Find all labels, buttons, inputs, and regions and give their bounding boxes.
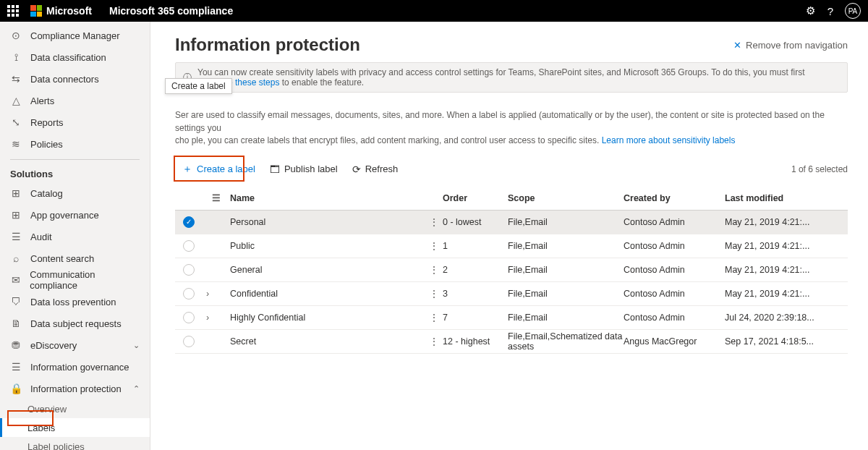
row-createdby: Contoso Admin bbox=[624, 265, 725, 275]
remove-label: Remove from navigation bbox=[746, 40, 848, 51]
microsoft-logo: Microsoft bbox=[30, 5, 92, 17]
sidebar-item-catalog[interactable]: ⊞Catalog bbox=[0, 182, 150, 204]
row-scope: File,Email bbox=[508, 217, 624, 227]
row-order: 7 bbox=[443, 313, 508, 323]
row-checkbox[interactable] bbox=[183, 240, 195, 252]
row-createdby: Contoso Admin bbox=[624, 313, 725, 323]
sidebar-item-information-governance[interactable]: ☰Information governance bbox=[0, 356, 150, 378]
col-lastmodified-header[interactable]: Last modified bbox=[725, 193, 848, 203]
info-banner: ⓘ You can now create sensitivity labels … bbox=[175, 62, 848, 93]
row-scope: File,Email bbox=[508, 241, 624, 251]
banner-post: to enable the feature. bbox=[279, 77, 364, 88]
create-label-button[interactable]: ＋ Create a label bbox=[175, 158, 263, 181]
microsoft-icon bbox=[30, 5, 42, 17]
lock-icon: 🔒 bbox=[10, 383, 22, 394]
expand-toggle[interactable]: › bbox=[203, 289, 213, 299]
help-icon[interactable]: ? bbox=[820, 1, 841, 21]
sidebar-item-communication-compliance[interactable]: ✉Communication compliance bbox=[0, 269, 150, 291]
sidebar-item-reports[interactable]: ⤡Reports bbox=[0, 111, 150, 133]
sidebar: ⊙Compliance Manager ⟟Data classification… bbox=[0, 22, 150, 450]
sidebar-sub-overview[interactable]: Overview bbox=[0, 399, 150, 418]
sidebar-item-data-subject-requests[interactable]: 🗎Data subject requests bbox=[0, 313, 150, 334]
chevron-up-icon: ⌃ bbox=[133, 384, 140, 394]
table-row[interactable]: General⋮2File,EmailContoso AdminMay 21, … bbox=[175, 258, 848, 282]
sidebar-item-audit[interactable]: ☰Audit bbox=[0, 226, 150, 247]
waffle-icon[interactable] bbox=[7, 5, 19, 17]
sidebar-item-data-connectors[interactable]: ⇆Data connectors bbox=[0, 68, 150, 90]
table-row[interactable]: ›Highly Confidential⋮7File,EmailContoso … bbox=[175, 306, 848, 330]
table-header: ☰ Name Order Scope Created by Last modif… bbox=[175, 187, 848, 211]
selection-count: 1 of 6 selected bbox=[791, 164, 848, 174]
labels-table: ☰ Name Order Scope Created by Last modif… bbox=[175, 187, 848, 354]
row-menu-icon[interactable]: ⋮ bbox=[425, 216, 443, 228]
table-row[interactable]: ✓Personal⋮0 - lowestFile,EmailContoso Ad… bbox=[175, 211, 848, 234]
sidebar-item-label: Content search bbox=[30, 253, 94, 264]
sidebar-item-label: Reports bbox=[30, 117, 64, 128]
chat-icon: ✉ bbox=[10, 274, 21, 286]
sidebar-item-label: Data classification bbox=[30, 52, 106, 63]
grid-icon: ⊞ bbox=[10, 187, 22, 199]
row-createdby: Angus MacGregor bbox=[624, 336, 725, 347]
table-row[interactable]: Public⋮1File,EmailContoso AdminMay 21, 2… bbox=[175, 234, 848, 258]
expand-toggle[interactable]: › bbox=[203, 313, 213, 323]
remove-from-navigation-button[interactable]: ✕ Remove from navigation bbox=[733, 40, 848, 51]
sidebar-item-information-protection[interactable]: 🔒Information protection⌃ bbox=[0, 378, 150, 399]
sidebar-item-content-search[interactable]: ⌕Content search bbox=[0, 247, 150, 269]
col-createdby-header[interactable]: Created by bbox=[624, 193, 725, 203]
tag-icon: ⟟ bbox=[10, 51, 22, 63]
row-menu-icon[interactable]: ⋮ bbox=[425, 288, 443, 300]
alert-icon: △ bbox=[10, 95, 22, 106]
row-lastmodified: Sep 17, 2021 4:18:5... bbox=[725, 336, 848, 347]
publish-label-button[interactable]: 🗔 Publish label bbox=[263, 158, 345, 181]
sidebar-item-data-loss-prevention[interactable]: ⛉Data loss prevention bbox=[0, 291, 150, 313]
connector-icon: ⇆ bbox=[10, 73, 22, 85]
row-lastmodified: May 21, 2019 4:21:... bbox=[725, 217, 848, 227]
sidebar-item-compliance-manager[interactable]: ⊙Compliance Manager bbox=[0, 25, 150, 46]
table-row[interactable]: Secret⋮12 - highestFile,Email,Schematize… bbox=[175, 330, 848, 354]
row-checkbox[interactable] bbox=[183, 336, 195, 347]
sidebar-item-label: Alerts bbox=[30, 95, 54, 106]
plus-icon: ＋ bbox=[182, 163, 192, 176]
chevron-down-icon: ⌄ bbox=[133, 341, 140, 350]
col-name-header[interactable]: Name bbox=[230, 193, 425, 203]
create-label-text: Create a label bbox=[197, 164, 255, 174]
gear-icon[interactable]: ⚙ bbox=[800, 1, 820, 21]
banner-pre: You can now create sensitivity labels wi… bbox=[197, 67, 805, 77]
sidebar-item-ediscovery[interactable]: ⛃eDiscovery⌄ bbox=[0, 334, 150, 356]
app-icon: ⊞ bbox=[10, 209, 22, 221]
row-checkbox[interactable] bbox=[183, 288, 195, 300]
sidebar-sub-labels[interactable]: Labels bbox=[0, 418, 150, 437]
row-checkbox[interactable] bbox=[183, 312, 195, 323]
solutions-section-header: Solutions bbox=[0, 164, 150, 182]
sidebar-item-alerts[interactable]: △Alerts bbox=[0, 90, 150, 111]
row-name: General bbox=[230, 265, 425, 275]
sidebar-sub-label-policies[interactable]: Label policies bbox=[0, 437, 150, 450]
row-menu-icon[interactable]: ⋮ bbox=[425, 336, 443, 347]
sidebar-item-data-classification[interactable]: ⟟Data classification bbox=[0, 46, 150, 68]
top-bar: Microsoft Microsoft 365 compliance ⚙ ? P… bbox=[0, 0, 868, 22]
sidebar-item-label: eDiscovery bbox=[30, 340, 77, 351]
desc-pre: Ser bbox=[175, 110, 189, 120]
col-scope-header[interactable]: Scope bbox=[508, 193, 624, 203]
row-checkbox[interactable] bbox=[183, 264, 195, 276]
page-title: Information protection bbox=[175, 35, 360, 55]
table-row[interactable]: ›Confidential⋮3File,EmailContoso AdminMa… bbox=[175, 282, 848, 306]
avatar[interactable]: PA bbox=[845, 3, 861, 19]
row-menu-icon[interactable]: ⋮ bbox=[425, 312, 443, 323]
row-menu-icon[interactable]: ⋮ bbox=[425, 264, 443, 276]
refresh-button[interactable]: ⟳ Refresh bbox=[345, 158, 406, 181]
row-order: 2 bbox=[443, 265, 508, 275]
publish-icon: 🗔 bbox=[270, 164, 280, 175]
sidebar-item-label: Data loss prevention bbox=[30, 297, 116, 307]
sidebar-item-app-governance[interactable]: ⊞App governance bbox=[0, 204, 150, 226]
sidebar-item-policies[interactable]: ≋Policies bbox=[0, 133, 150, 155]
row-lastmodified: Jul 24, 2020 2:39:18... bbox=[725, 313, 848, 323]
learn-more-link[interactable]: Learn more about sensitivity labels bbox=[602, 135, 736, 145]
brand-label: Microsoft bbox=[46, 5, 92, 17]
sidebar-item-label: Data subject requests bbox=[30, 318, 122, 329]
list-icon: ☰ bbox=[10, 361, 22, 373]
row-checkbox[interactable]: ✓ bbox=[183, 216, 195, 228]
col-order-header[interactable]: Order bbox=[443, 193, 508, 203]
row-menu-icon[interactable]: ⋮ bbox=[425, 240, 443, 252]
divider bbox=[10, 159, 140, 160]
